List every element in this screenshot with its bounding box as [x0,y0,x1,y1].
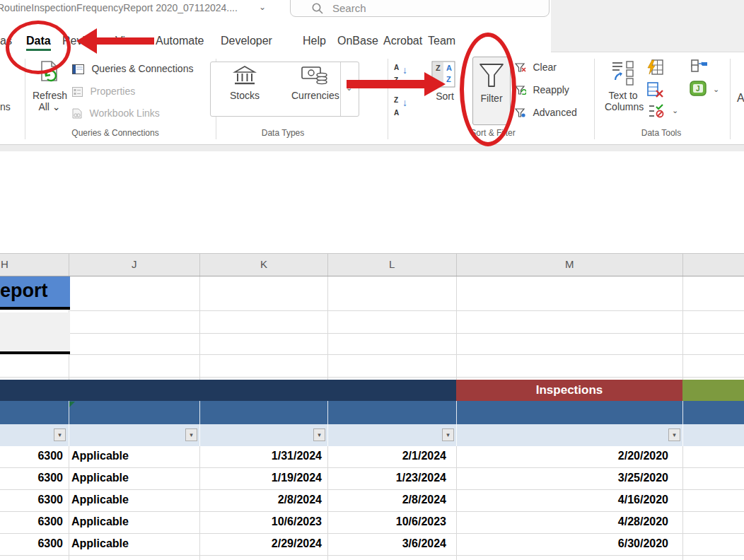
consolidate-button[interactable] [691,59,708,72]
queries-connections-label: Queries & Connections [91,63,193,74]
table-row[interactable]: 6300Applicable 1/31/20242/1/2024 2/20/20… [0,446,744,468]
data-model-chevron-icon[interactable]: ⌄ [713,85,719,94]
section-band-green[interactable] [682,380,744,401]
reapply-filter-button[interactable]: Reapply [515,83,569,96]
queries-connections-group-label: Queries & Connections [45,128,186,138]
ribbon-bottom-strip [0,145,744,151]
annotation-arrow-to-filter [424,72,446,96]
properties-button: Properties [72,85,135,98]
filter-dropdown-button[interactable]: ▾ [668,428,680,441]
stocks-icon [233,65,257,86]
manage-data-model-button[interactable]: J [690,79,708,98]
filter-dropdown-button[interactable]: ▾ [442,428,454,441]
text-to-columns-label1: Text to [605,90,641,101]
refresh-all-label2: All ⌄ [33,101,66,112]
table-row[interactable]: 6300Applicable 2/8/20242/8/2024 4/16/202… [0,490,744,512]
stocks-button[interactable]: Stocks [223,65,267,101]
refresh-all-label1: Refresh [33,90,66,101]
data-validation-chevron-icon[interactable]: ⌄ [672,106,678,115]
partial-right-button-label[interactable]: A [737,92,744,105]
annotation-arrow-to-data-tab [76,28,97,54]
clear-filter-button[interactable]: Clear [515,61,557,74]
group-divider [388,59,388,139]
workbook-links-icon [72,108,82,119]
column-separator [327,254,328,276]
tab-team[interactable]: Team [428,35,455,47]
column-header-m[interactable]: M [565,258,574,270]
text-to-columns-icon [611,60,635,86]
table-header-row [0,424,744,446]
properties-label: Properties [90,86,135,97]
partial-left-button-label[interactable]: ns [0,101,11,112]
filter-dropdown-button[interactable]: ▾ [185,428,197,441]
section-band-navy[interactable] [0,380,456,401]
flash-fill-button[interactable] [647,59,663,75]
search-icon [311,2,324,15]
advanced-filter-icon [515,108,526,117]
tab-help[interactable]: Help [303,35,326,47]
data-tools-group-label: Data Tools [612,128,711,138]
svg-text:A: A [446,64,452,72]
annotation-arrow-tail [347,80,426,88]
text-to-columns-label2: Columns [605,101,641,112]
title-chevron-icon[interactable]: ⌄ [259,2,266,12]
sort-descending-button[interactable]: ZA↓ [394,93,399,118]
manage-data-model-icon: J [690,79,708,98]
gallery-divider [340,62,341,116]
group-divider [730,59,731,139]
cell-error-triangle [69,402,75,407]
column-separator [456,254,457,276]
document-title: RoutineInspectionFrequencyReport 2020_07… [0,2,238,13]
search-placeholder: Search [332,2,366,14]
workbook-links-label: Workbook Links [89,107,159,119]
reapply-label: Reapply [533,84,569,95]
annotation-circle-filter-button [460,33,516,146]
table-row[interactable]: 6300Applicable 2/29/20243/6/2024 6/30/20… [0,534,744,556]
currencies-label: Currencies [291,90,338,101]
meta-row[interactable] [0,401,744,424]
gridline [69,310,744,311]
group-divider [594,59,595,139]
remove-duplicates-button[interactable] [647,82,664,99]
queries-connections-button[interactable]: Queries & Connections [72,62,193,75]
clear-filter-icon [515,63,526,72]
consolidate-icon [691,59,708,72]
svg-text:Z: Z [436,64,441,72]
column-separator [199,254,200,276]
currencies-icon [301,65,328,86]
workbook-links-button: Workbook Links [72,107,160,119]
tab-developer[interactable]: Developer [221,35,272,47]
filter-dropdown-button[interactable]: ▾ [54,428,66,441]
table-row[interactable]: 6300Applicable 10/6/202310/6/2023 4/28/2… [0,512,744,534]
data-validation-button[interactable] [649,104,665,118]
gridline [0,377,744,378]
column-header-j[interactable]: J [132,258,137,270]
currencies-button[interactable]: Currencies [291,65,338,101]
gridline [69,354,744,355]
data-validation-icon [649,104,665,118]
tab-automate[interactable]: Automate [156,35,204,47]
flash-fill-icon [647,59,663,75]
annotation-circle-data-tab [6,21,71,74]
search-box[interactable] [290,0,550,17]
column-header-l[interactable]: L [389,258,395,270]
table-row-partial[interactable]: 6300Applicable 3/6/20243/6/2024 7/6/2020 [0,556,744,560]
column-header-k[interactable]: K [260,258,267,270]
shaded-cell[interactable] [0,313,70,354]
tab-acrobat[interactable]: Acrobat [383,35,422,47]
text-to-columns-button[interactable]: Text to Columns [605,60,641,112]
column-header-strip [0,253,744,276]
gridline [69,333,744,334]
data-types-group-label: Data Types [233,128,332,138]
column-separator [69,254,69,276]
tab-onbase[interactable]: OnBase [337,35,378,47]
advanced-filter-button[interactable]: Advanced [515,106,577,119]
column-separator [682,254,683,276]
filter-dropdown-button[interactable]: ▾ [313,428,325,441]
inspections-band[interactable]: Inspections [456,380,682,401]
table-row[interactable]: 6300Applicable 1/19/20241/23/2024 3/25/2… [0,468,744,490]
column-header-h[interactable]: H [1,258,8,270]
svg-text:J: J [696,85,700,93]
properties-icon [72,87,83,97]
report-title-cell[interactable]: eport [0,276,70,310]
